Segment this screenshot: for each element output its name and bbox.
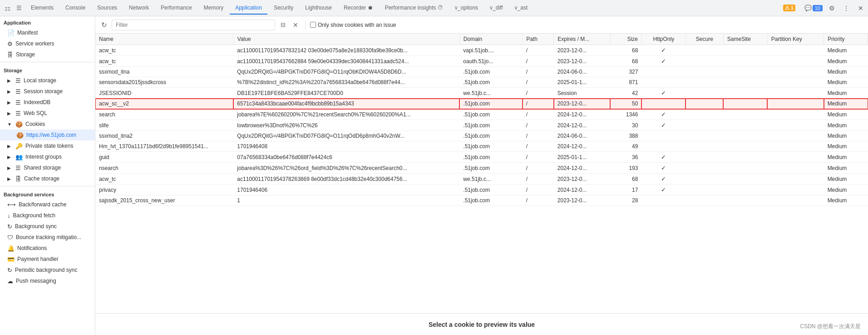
issue-badge[interactable]: 10 [813, 5, 823, 11]
table-row[interactable]: sensorsdata2015jssdkcross %7B%22distinct… [95, 77, 868, 88]
cell-samesite [723, 88, 767, 99]
cell-secure [686, 131, 723, 141]
sidebar-item-cache-storage[interactable]: ▶ 🗄 Cache storage [0, 173, 95, 184]
close-devtools-button[interactable]: ✕ [855, 3, 866, 14]
table-row[interactable]: ssxmod_itna QqUx2DRQitG=/4BPGKTniD07FG8I… [95, 67, 868, 77]
tab-elements[interactable]: Elements [25, 2, 59, 15]
cell-partitionkey [767, 152, 824, 163]
tab-sources[interactable]: Sources [92, 2, 123, 15]
cell-expires: 2024-12-0... [554, 120, 611, 131]
private-state-toggle[interactable]: ▶ [7, 144, 13, 149]
tab-security[interactable]: Security [268, 2, 299, 15]
cell-partitionkey [767, 77, 824, 88]
clear-filter-button[interactable]: ✕ [291, 20, 301, 30]
tab-v-ast[interactable]: v_ast [509, 2, 533, 15]
table-row[interactable]: acw_tc ac1100011701954378263869 8e00df33… [95, 174, 868, 185]
sidebar-item-private-state-tokens[interactable]: ▶ 🔑 Private state tokens [0, 140, 95, 151]
sidebar-item-session-storage[interactable]: ▶ ☰ Session storage [0, 86, 95, 97]
sidebar-item-push-messaging[interactable]: ☁ Push messaging [0, 275, 95, 286]
settings-button[interactable]: ⚙ [826, 3, 837, 14]
sidebar-item-indexeddb[interactable]: ▶ ☰ IndexedDB [0, 97, 95, 108]
col-header-httponly[interactable]: HttpOnly [641, 34, 686, 45]
tab-recorder[interactable]: Recorder ⏺ [338, 2, 379, 15]
tab-perf-insights[interactable]: Performance insights ⏱ [380, 2, 449, 15]
more-options-button[interactable]: ⋮ [841, 3, 852, 14]
sidebar-item-manifest[interactable]: 📄 Manifest [0, 27, 95, 38]
sidebar-item-bounce-tracking[interactable]: 🛡 Bounce tracking mitigatio... [0, 232, 95, 243]
web-sql-toggle[interactable]: ▶ [7, 111, 13, 116]
tab-memory[interactable]: Memory [198, 2, 229, 15]
table-row[interactable]: ssxmod_itna2 QqUx2DRQitG=/4BPGKTniD07FG8… [95, 131, 868, 141]
table-row[interactable]: slife lowbrowser%3Dnot%26%7C%26 .51job.c… [95, 120, 868, 131]
col-header-priority[interactable]: Priority [824, 34, 868, 45]
sidebar-item-cookies[interactable]: ▼ 🍪 Cookies [0, 119, 95, 130]
table-row[interactable]: acw_tc ac110001170195437832142 03e00de07… [95, 45, 868, 56]
tab-console[interactable]: Console [60, 2, 91, 15]
tab-network[interactable]: Network [123, 2, 154, 15]
sidebar-item-interest-groups[interactable]: ▶ 👥 Interest groups [0, 151, 95, 162]
sidebar-item-service-workers[interactable]: ⚙ Service workers [0, 38, 95, 49]
tab-v-opitons[interactable]: v_opitons [449, 2, 483, 15]
table-row[interactable]: search jobarea%7E%60260200%7C%21recentSe… [95, 109, 868, 120]
col-header-path[interactable]: Path [523, 34, 554, 45]
devtools-icon-2[interactable]: ☰ [14, 3, 25, 14]
issues-filter-checkbox[interactable] [310, 22, 316, 28]
table-row[interactable]: sajssdk_2015_cross_new_user 1 .51job.com… [95, 195, 868, 206]
table-row[interactable]: acw_tc ac110001170195437662884 59e00e043… [95, 56, 868, 67]
cell-partitionkey [767, 185, 824, 195]
table-row[interactable]: acw_sc__v2 6571c34a8433bcaae004fac4f9bcb… [95, 99, 868, 109]
col-header-size[interactable]: Size [610, 34, 641, 45]
table-row[interactable]: Hm_lvt_1370a11171bd6f2d9b1fe98951541... … [95, 141, 868, 152]
cell-size: 68 [610, 174, 641, 185]
tab-v-diff[interactable]: v_diff [484, 2, 508, 15]
cell-name: acw_tc [95, 56, 233, 67]
sidebar-item-background-fetch[interactable]: ↓ Background fetch [0, 210, 95, 221]
col-header-partitionkey[interactable]: Partition Key [767, 34, 824, 45]
cell-path: / [523, 45, 554, 56]
sidebar-item-storage-root[interactable]: 🗄 Storage [0, 49, 95, 60]
sidebar-item-web-sql[interactable]: ▶ ☰ Web SQL [0, 108, 95, 119]
tab-application[interactable]: Application [230, 2, 267, 15]
cell-samesite [723, 141, 767, 152]
devtools-icon-1[interactable]: ⚏ [2, 3, 13, 14]
sidebar-item-cookie-url[interactable]: 🍪 https://we.51job.com [0, 130, 95, 140]
sidebar-app-header: Application [0, 16, 95, 27]
interest-groups-toggle[interactable]: ▶ [7, 155, 13, 160]
sidebar-item-label: Background sync [15, 223, 57, 230]
table-row[interactable]: JSESSIONID DB1E197E1BFE6BA529FFE8437CE70… [95, 88, 868, 99]
cookies-toggle[interactable]: ▼ [7, 122, 13, 127]
col-header-name[interactable]: Name [95, 34, 233, 45]
sidebar-item-payment-handler[interactable]: 💳 Payment handler [0, 254, 95, 265]
filter-input[interactable] [112, 20, 275, 30]
refresh-button[interactable]: ↻ [99, 20, 109, 30]
table-row[interactable]: nsearch jobarea%3D%26%7C%26ord_field%3D%… [95, 163, 868, 174]
sidebar-item-back-forward-cache[interactable]: ⟷ Back/forward cache [0, 199, 95, 210]
col-header-domain[interactable]: Domain [459, 34, 522, 45]
sidebar-item-background-sync[interactable]: ↻ Background sync [0, 221, 95, 232]
shared-storage-toggle[interactable]: ▶ [7, 165, 13, 170]
sidebar-item-periodic-bg-sync[interactable]: ↻ Periodic background sync [0, 265, 95, 275]
cell-partitionkey [767, 99, 824, 109]
table-row[interactable]: privacy 1701946406 .51job.com / 2024-12-… [95, 185, 868, 195]
sidebar-item-notifications[interactable]: 🔔 Notifications [0, 243, 95, 254]
tab-lighthouse[interactable]: Lighthouse [300, 2, 337, 15]
col-header-value[interactable]: Value [233, 34, 459, 45]
issues-filter-label[interactable]: Only show cookies with an issue [310, 22, 396, 28]
warning-badge[interactable]: ⚠ 1 [783, 5, 795, 11]
col-header-secure[interactable]: Secure [686, 34, 723, 45]
session-storage-toggle[interactable]: ▶ [7, 89, 13, 94]
sidebar-item-label: Cookies [25, 121, 45, 127]
sidebar-item-local-storage[interactable]: ▶ ☰ Local storage [0, 75, 95, 86]
table-row[interactable]: guid 07a76568334a0be6476d088f7e4424c6 .5… [95, 152, 868, 163]
indexeddb-toggle[interactable]: ▶ [7, 100, 13, 105]
cookie-table-wrapper[interactable]: Name Value Domain Path Expires / M... Si… [95, 34, 868, 313]
cache-storage-toggle[interactable]: ▶ [7, 176, 13, 181]
sidebar-item-shared-storage[interactable]: ▶ ☰ Shared storage [0, 162, 95, 173]
cell-samesite [723, 163, 767, 174]
col-header-expires[interactable]: Expires / M... [554, 34, 611, 45]
cell-httponly: ✓ [641, 185, 686, 195]
local-storage-toggle[interactable]: ▶ [7, 78, 13, 83]
col-header-samesite[interactable]: SameSite [723, 34, 767, 45]
filter-options-button[interactable]: ⊟ [278, 20, 288, 30]
tab-performance[interactable]: Performance [155, 2, 197, 15]
